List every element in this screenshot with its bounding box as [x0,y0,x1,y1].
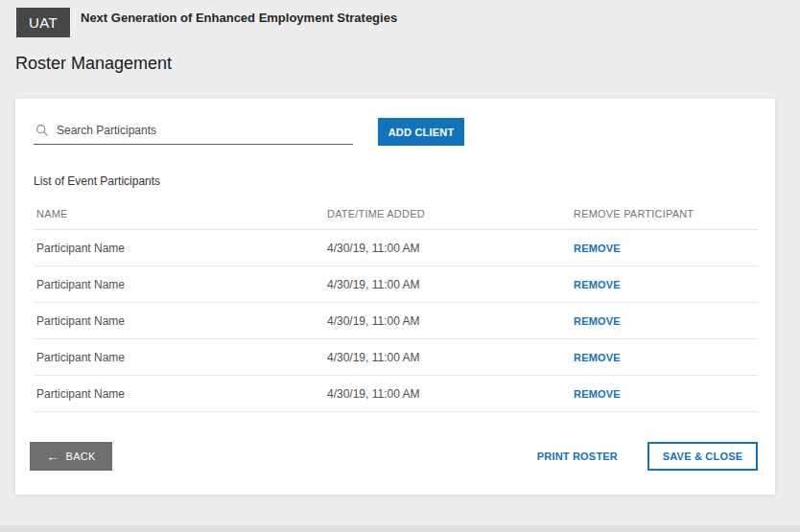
participant-name: Participant Name [34,351,324,364]
remove-link[interactable]: REMOVE [574,315,621,327]
participant-name: Participant Name [34,242,324,255]
back-arrow-icon: ← [46,451,59,463]
search-icon [35,124,49,137]
table-row: Participant Name 4/30/19, 11:00 AM REMOV… [34,339,758,376]
table-row: Participant Name 4/30/19, 11:00 AM REMOV… [34,230,758,266]
page-title: Roster Management [15,54,800,74]
list-caption: List of Event Participants [34,174,758,188]
date-time-added: 4/30/19, 11:00 AM [324,278,571,291]
search-box[interactable] [34,119,353,145]
add-client-button[interactable]: ADD CLIENT [378,118,464,146]
date-time-added: 4/30/19, 11:00 AM [324,387,571,401]
column-header-remove: REMOVE PARTICIPANT [571,208,758,220]
participant-name: Participant Name [34,314,324,328]
column-header-name: NAME [34,208,324,220]
date-time-added: 4/30/19, 11:00 AM [324,242,571,255]
table-row: Participant Name 4/30/19, 11:00 AM REMOV… [34,376,758,412]
participant-name: Participant Name [34,278,324,291]
footer-actions: PRINT ROSTER SAVE & CLOSE [537,442,758,471]
participants-table: NAME DATE/TIME ADDED REMOVE PARTICIPANT … [34,198,758,412]
participant-name: Participant Name [34,387,324,401]
table-row: Participant Name 4/30/19, 11:00 AM REMOV… [34,303,758,339]
table-row: Participant Name 4/30/19, 11:00 AM REMOV… [34,266,758,303]
date-time-added: 4/30/19, 11:00 AM [324,351,571,364]
remove-link[interactable]: REMOVE [574,388,621,400]
app-header: UAT Next Generation of Enhanced Employme… [0,0,800,37]
roster-card: ADD CLIENT List of Event Participants NA… [15,99,775,495]
environment-badge: UAT [16,8,70,37]
back-button[interactable]: ← BACK [30,442,112,471]
remove-link[interactable]: REMOVE [574,352,621,363]
bottom-strip [0,525,800,532]
table-header-row: NAME DATE/TIME ADDED REMOVE PARTICIPANT [34,198,758,230]
remove-link[interactable]: REMOVE [574,279,621,290]
card-footer: ← BACK PRINT ROSTER SAVE & CLOSE [34,442,758,471]
print-roster-link[interactable]: PRINT ROSTER [537,451,618,462]
save-close-button[interactable]: SAVE & CLOSE [647,442,758,471]
toolbar: ADD CLIENT [34,118,758,146]
back-button-label: BACK [66,451,96,462]
column-header-date-added: DATE/TIME ADDED [324,208,571,220]
app-title: Next Generation of Enhanced Employment S… [81,11,397,25]
date-time-added: 4/30/19, 11:00 AM [324,314,571,328]
search-input[interactable] [57,124,353,140]
remove-link[interactable]: REMOVE [574,243,621,254]
